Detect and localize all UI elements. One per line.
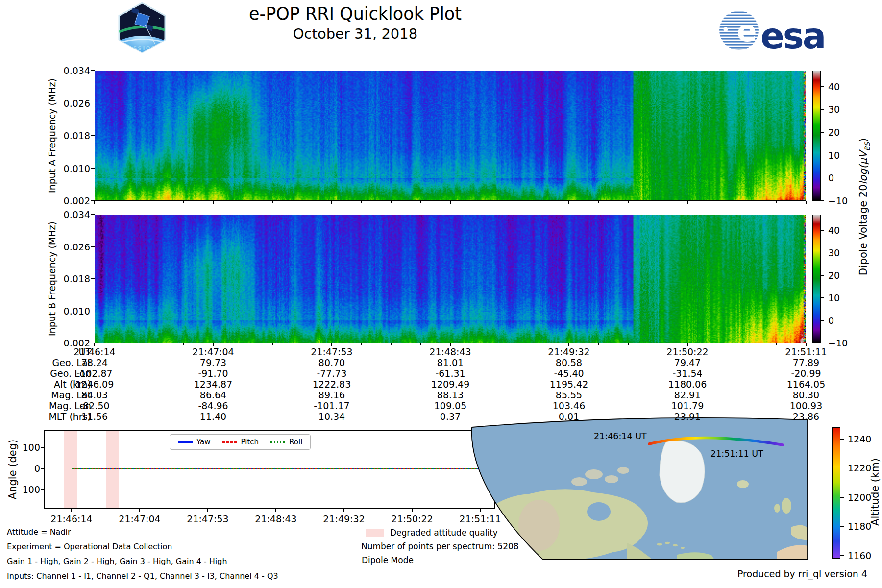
- ephemeris-value: 109.05: [414, 400, 487, 411]
- time-minor-tick: [450, 343, 451, 345]
- esa-wordmark: esa: [760, 15, 825, 54]
- freq-tick: [91, 246, 95, 247]
- ephemeris-value: 89.16: [295, 390, 368, 400]
- legend-item-roll: Roll: [270, 438, 302, 446]
- ephemeris-value: 79.73: [176, 357, 250, 368]
- colorbar-tick: [821, 109, 824, 110]
- time-minor-tick: [243, 343, 243, 345]
- ephemeris-value: 0.37: [414, 411, 487, 422]
- ephemeris-value: 1180.06: [651, 379, 724, 390]
- time-minor-tick: [658, 343, 658, 345]
- time-tick: [806, 201, 806, 204]
- produced-by-label: Produced by rri_ql version 4: [671, 568, 867, 579]
- colorbar-tick: [821, 275, 824, 276]
- attitude-time-label: 21:50:22: [383, 514, 441, 524]
- ephemeris-value: 1209.49: [414, 379, 487, 390]
- freq-tick: [91, 168, 95, 169]
- colorbar-tick: [821, 200, 824, 201]
- ephemeris-value: 84.03: [58, 390, 131, 400]
- time-minor-tick: [687, 201, 688, 203]
- time-minor-tick: [420, 343, 421, 345]
- altitude-tick-label: 1160: [848, 550, 871, 561]
- time-minor-tick: [598, 343, 599, 345]
- quicklook-page: CASSIOPE e-POP RRI Quicklook Plot Octobe…: [0, 0, 882, 588]
- freq-tick-label: 0.026: [59, 242, 90, 252]
- freq-tick-label: 0.010: [59, 163, 90, 174]
- colorbar-tick-label: 40: [828, 81, 840, 92]
- freq-tick: [91, 103, 95, 103]
- time-tick: [94, 343, 95, 346]
- colorbar-tick: [821, 253, 824, 253]
- ephemeris-value: -45.40: [532, 368, 606, 379]
- map-greenland: [660, 441, 705, 503]
- ephemeris-value: -91.70: [176, 368, 250, 379]
- ephemeris-value: 1246.09: [58, 379, 131, 390]
- ephemeris-value: -77.73: [295, 368, 368, 379]
- ephemeris-value: 10.34: [295, 411, 368, 422]
- annotation-attitude: Attitude = Nadir: [7, 527, 71, 537]
- ephemeris-value: 86.64: [176, 390, 250, 400]
- attitude-angle-tick: [41, 489, 44, 490]
- time-minor-tick: [213, 343, 214, 345]
- colorbar-tick-label: 0: [828, 315, 834, 326]
- time-minor-tick: [302, 201, 302, 203]
- time-minor-tick: [510, 343, 510, 345]
- time-minor-tick: [272, 343, 273, 345]
- ephemeris-value: 1234.87: [176, 379, 250, 390]
- colorbar-tick-label: 10: [828, 293, 840, 303]
- time-minor-tick: [450, 201, 451, 203]
- degraded-attitude-band: [106, 431, 119, 508]
- colorbar-tick: [821, 178, 824, 178]
- attitude-time-tick: [71, 509, 72, 512]
- attitude-plot: YawPitchRoll: [44, 430, 495, 509]
- ephemeris-value: 1195.42: [532, 379, 606, 390]
- legend-line-solid: [178, 441, 193, 443]
- legend-item-pitch: Pitch: [222, 438, 259, 446]
- time-minor-tick: [332, 343, 332, 345]
- legend-item-yaw: Yaw: [178, 438, 211, 446]
- time-minor-tick: [776, 201, 777, 203]
- colorbar-tick-label: 10: [828, 150, 840, 161]
- time-minor-tick: [598, 201, 599, 203]
- track-start-label: 21:46:14 UT: [594, 431, 647, 441]
- colorbar-tick-label: 30: [828, 247, 840, 258]
- attitude-time-tick: [275, 509, 276, 512]
- spectrogram-a-panel: [95, 71, 806, 201]
- freq-tick-label: 0.034: [59, 65, 90, 76]
- ephemeris-value: 80.70: [295, 357, 368, 368]
- ephemeris-value: 21:51:11: [769, 346, 843, 357]
- attitude-angle-label: 100: [9, 442, 40, 453]
- roll-line: [72, 468, 481, 469]
- freq-tick-label: 0.034: [59, 209, 90, 220]
- ephemeris-value: 1164.05: [769, 379, 843, 390]
- colorbar-tick-label: −10: [828, 196, 848, 206]
- ground-track-map: 21:46:14 UT 21:51:11 UT: [466, 412, 813, 564]
- legend-label: Pitch: [241, 438, 259, 446]
- ephemeris-value: -101.17: [295, 400, 368, 411]
- altitude-colorbar: [832, 427, 840, 559]
- time-minor-tick: [480, 201, 480, 203]
- colorbar-label-sub: BS: [863, 142, 871, 151]
- attitude-time-label: 21:48:43: [246, 514, 305, 524]
- colorbar-tick: [821, 132, 824, 132]
- spectrogram-b-panel: [95, 215, 806, 343]
- ephemeris-value: -31.54: [651, 368, 724, 379]
- time-minor-tick: [658, 201, 658, 203]
- colorbar-label-pre: Dipole Voltage 20: [858, 184, 869, 275]
- time-minor-tick: [272, 201, 273, 203]
- altitude-tick: [840, 468, 844, 468]
- ephemeris-value: 0.01: [532, 411, 606, 422]
- attitude-time-tick: [139, 509, 140, 512]
- freq-tick-label: 0.018: [59, 130, 90, 141]
- freq-tick-label: 0.002: [59, 196, 90, 206]
- time-minor-tick: [391, 343, 392, 345]
- ephemeris-value: 103.46: [532, 400, 606, 411]
- time-tick: [806, 343, 806, 346]
- time-minor-tick: [302, 343, 302, 345]
- spectrogram-b-ylabel: Input B Frequency (MHz): [47, 221, 57, 336]
- time-minor-tick: [480, 343, 480, 345]
- time-minor-tick: [747, 201, 747, 203]
- ephemeris-value: 21:49:32: [532, 346, 606, 357]
- attitude-angle-label: −100: [9, 484, 40, 495]
- attitude-angle-tick: [41, 447, 44, 447]
